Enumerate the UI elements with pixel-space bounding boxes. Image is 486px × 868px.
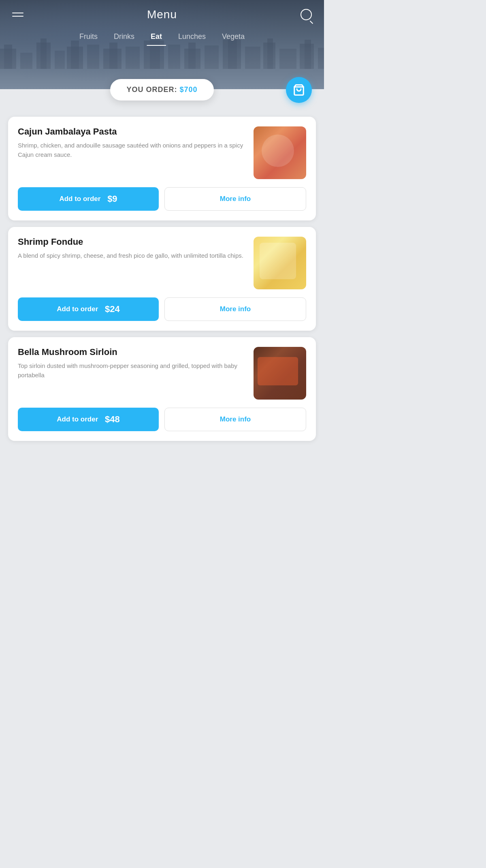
card-image-shrimp [254, 237, 306, 289]
card-image-bella [254, 347, 306, 400]
svg-rect-14 [168, 45, 180, 69]
svg-rect-16 [188, 43, 196, 69]
card-actions-cajun: Add to order $9 More info [18, 187, 306, 211]
card-text-cajun: Cajun Jambalaya Pasta Shrimp, chicken, a… [18, 126, 247, 179]
menu-icon[interactable] [12, 13, 23, 17]
svg-rect-1 [4, 45, 12, 69]
more-info-bella[interactable]: More info [164, 408, 306, 431]
more-info-cajun[interactable]: More info [164, 187, 306, 211]
svg-rect-23 [279, 49, 296, 69]
menu-card-bella: Bella Mushroom Sirloin Top sirloin duste… [8, 337, 316, 441]
card-title-bella: Bella Mushroom Sirloin [18, 347, 247, 357]
card-title-cajun: Cajun Jambalaya Pasta [18, 126, 247, 137]
more-info-shrimp[interactable]: More info [164, 297, 306, 321]
header: Menu Fruits Drinks Eat Lunches Vegeta [0, 0, 324, 89]
page-title: Menu [147, 8, 177, 21]
cart-icon [293, 84, 305, 96]
svg-rect-20 [245, 47, 260, 69]
card-inner-cajun: Cajun Jambalaya Pasta Shrimp, chicken, a… [18, 126, 306, 179]
add-to-order-shrimp[interactable]: Add to order $24 [18, 297, 159, 321]
svg-rect-17 [205, 45, 219, 69]
svg-rect-2 [20, 53, 32, 69]
card-title-shrimp: Shrimp Fondue [18, 237, 247, 247]
tab-fruits[interactable]: Fruits [71, 29, 106, 46]
tab-eat[interactable]: Eat [143, 29, 170, 46]
svg-rect-8 [87, 45, 99, 69]
order-bar-container: YOU ORDER: $700 [0, 79, 324, 100]
card-inner-shrimp: Shrimp Fondue A blend of spicy shrimp, c… [18, 237, 306, 289]
order-amount: $700 [179, 86, 197, 94]
order-bar: YOU ORDER: $700 [110, 79, 213, 100]
cart-button[interactable] [286, 77, 312, 103]
menu-card-shrimp: Shrimp Fondue A blend of spicy shrimp, c… [8, 227, 316, 331]
card-actions-shrimp: Add to order $24 More info [18, 297, 306, 321]
category-tabs: Fruits Drinks Eat Lunches Vegeta [0, 25, 324, 46]
tab-lunches[interactable]: Lunches [170, 29, 214, 46]
card-text-shrimp: Shrimp Fondue A blend of spicy shrimp, c… [18, 237, 247, 289]
add-to-order-bella[interactable]: Add to order $48 [18, 408, 159, 431]
order-label: YOU ORDER: [126, 86, 177, 94]
svg-rect-10 [109, 43, 117, 69]
card-text-bella: Bella Mushroom Sirloin Top sirloin duste… [18, 347, 247, 400]
card-desc-cajun: Shrimp, chicken, and andouille sausage s… [18, 141, 247, 159]
svg-rect-26 [318, 48, 324, 69]
search-icon[interactable] [301, 9, 312, 20]
card-desc-shrimp: A blend of spicy shrimp, cheese, and fre… [18, 251, 247, 261]
card-actions-bella: Add to order $48 More info [18, 408, 306, 431]
svg-rect-5 [55, 51, 65, 69]
add-to-order-cajun[interactable]: Add to order $9 [18, 187, 159, 211]
svg-rect-11 [126, 47, 140, 69]
header-top-bar: Menu [0, 0, 324, 25]
card-desc-bella: Top sirloin dusted with mushroom-pepper … [18, 361, 247, 380]
menu-card-cajun: Cajun Jambalaya Pasta Shrimp, chicken, a… [8, 117, 316, 220]
main-content: Cajun Jambalaya Pasta Shrimp, chicken, a… [0, 109, 324, 449]
tab-drinks[interactable]: Drinks [106, 29, 143, 46]
card-inner-bella: Bella Mushroom Sirloin Top sirloin duste… [18, 347, 306, 400]
tab-vegeta[interactable]: Vegeta [214, 29, 253, 46]
card-image-cajun [254, 126, 306, 179]
